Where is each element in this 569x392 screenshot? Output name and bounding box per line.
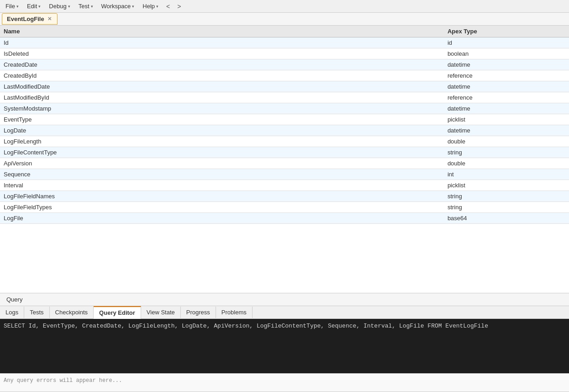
menu-help[interactable]: Help ▾ xyxy=(139,1,162,11)
field-type-cell: reference xyxy=(444,92,569,103)
menu-edit-label: Edit xyxy=(27,3,37,10)
query-panel-label: Query xyxy=(3,294,26,305)
field-name-cell: Interval xyxy=(0,180,444,191)
field-type-cell: reference xyxy=(444,70,569,81)
menu-file[interactable]: File ▾ xyxy=(2,1,22,11)
table-row: LogDatedatetime xyxy=(0,125,569,136)
table-row: LogFileLengthdouble xyxy=(0,136,569,147)
menu-workspace-arrow: ▾ xyxy=(132,4,134,9)
table-row: ApiVersiondouble xyxy=(0,158,569,169)
query-errors-display: Any query errors will appear here... xyxy=(0,373,569,392)
field-name-cell: EventType xyxy=(0,114,444,125)
field-type-cell: double xyxy=(444,136,569,147)
tab-eventlogfile[interactable]: EventLogFile ✕ xyxy=(2,13,58,25)
field-type-cell: picklist xyxy=(444,180,569,191)
field-type-cell: picklist xyxy=(444,114,569,125)
field-name-cell: IsDeleted xyxy=(0,48,444,59)
field-name-cell: LastModifiedDate xyxy=(0,81,444,92)
bottom-tab-view-state[interactable]: View State xyxy=(141,307,181,318)
col-header-name: Name xyxy=(0,26,444,37)
field-name-cell: LogFileFieldTypes xyxy=(0,202,444,213)
bottom-tabbar: LogsTestsCheckpointsQuery EditorView Sta… xyxy=(0,306,569,319)
main-area: Name Apex Type IdidIsDeletedbooleanCreat… xyxy=(0,26,569,392)
field-type-cell: base64 xyxy=(444,213,569,224)
menu-workspace[interactable]: Workspace ▾ xyxy=(98,1,138,11)
editor-area: Any query errors will appear here... xyxy=(0,319,569,392)
table-row: LogFileFieldTypesstring xyxy=(0,202,569,213)
field-name-cell: LogDate xyxy=(0,125,444,136)
table-row: LastModifiedByIdreference xyxy=(0,92,569,103)
menu-help-arrow: ▾ xyxy=(156,4,158,9)
field-type-cell: datetime xyxy=(444,59,569,70)
field-type-cell: int xyxy=(444,169,569,180)
field-type-cell: double xyxy=(444,158,569,169)
menu-file-arrow: ▾ xyxy=(16,4,19,9)
menu-debug[interactable]: Debug ▾ xyxy=(45,1,74,11)
field-type-cell: datetime xyxy=(444,103,569,114)
field-name-cell: Id xyxy=(0,37,444,48)
table-row: Intervalpicklist xyxy=(0,180,569,191)
table-row: CreatedByIdreference xyxy=(0,70,569,81)
field-type-cell: boolean xyxy=(444,48,569,59)
bottom-tab-tests[interactable]: Tests xyxy=(24,307,49,318)
tab-eventlogfile-label: EventLogFile xyxy=(7,16,44,22)
menu-help-label: Help xyxy=(142,3,155,10)
field-name-cell: CreatedDate xyxy=(0,59,444,70)
field-name-cell: LogFileContentType xyxy=(0,147,444,158)
table-row: Idid xyxy=(0,37,569,48)
menu-debug-arrow: ▾ xyxy=(68,4,70,9)
bottom-tab-query-editor[interactable]: Query Editor xyxy=(94,306,141,319)
menu-edit[interactable]: Edit ▾ xyxy=(23,1,44,11)
field-type-cell: string xyxy=(444,147,569,158)
field-name-cell: CreatedById xyxy=(0,70,444,81)
table-area: Name Apex Type IdidIsDeletedbooleanCreat… xyxy=(0,26,569,293)
tabbar: EventLogFile ✕ xyxy=(0,13,569,26)
field-name-cell: Sequence xyxy=(0,169,444,180)
table-row: LogFilebase64 xyxy=(0,213,569,224)
field-type-cell: string xyxy=(444,191,569,202)
menu-test-label: Test xyxy=(79,3,90,10)
nav-back-button[interactable]: < xyxy=(163,1,173,11)
table-row: LogFileFieldNamesstring xyxy=(0,191,569,202)
nav-forward-button[interactable]: > xyxy=(174,1,184,11)
bottom-tab-checkpoints[interactable]: Checkpoints xyxy=(50,307,94,318)
menu-file-label: File xyxy=(5,3,15,10)
table-row: Sequenceint xyxy=(0,169,569,180)
table-row: LastModifiedDatedatetime xyxy=(0,81,569,92)
table-row: IsDeletedboolean xyxy=(0,48,569,59)
menu-workspace-label: Workspace xyxy=(101,3,131,10)
menubar: File ▾ Edit ▾ Debug ▾ Test ▾ Workspace ▾… xyxy=(0,0,569,13)
field-name-cell: ApiVersion xyxy=(0,158,444,169)
table-row: EventTypepicklist xyxy=(0,114,569,125)
tab-close-icon[interactable]: ✕ xyxy=(47,16,53,22)
bottom-tab-logs[interactable]: Logs xyxy=(0,307,24,318)
query-panel: Query xyxy=(0,293,569,306)
field-type-cell: string xyxy=(444,202,569,213)
field-type-cell: datetime xyxy=(444,125,569,136)
bottom-tab-problems[interactable]: Problems xyxy=(216,307,253,318)
menu-debug-label: Debug xyxy=(49,3,66,10)
menu-test-arrow: ▾ xyxy=(91,4,93,9)
menu-edit-arrow: ▾ xyxy=(38,4,41,9)
bottom-tab-progress[interactable]: Progress xyxy=(181,307,216,318)
field-name-cell: LastModifiedById xyxy=(0,92,444,103)
table-row: LogFileContentTypestring xyxy=(0,147,569,158)
field-type-cell: datetime xyxy=(444,81,569,92)
field-name-cell: LogFileFieldNames xyxy=(0,191,444,202)
table-row: SystemModstampdatetime xyxy=(0,103,569,114)
menu-test[interactable]: Test ▾ xyxy=(75,1,97,11)
field-type-cell: id xyxy=(444,37,569,48)
field-name-cell: LogFile xyxy=(0,213,444,224)
col-header-type: Apex Type xyxy=(444,26,569,37)
field-name-cell: LogFileLength xyxy=(0,136,444,147)
query-editor-input[interactable] xyxy=(0,319,569,373)
fields-table: Name Apex Type IdidIsDeletedbooleanCreat… xyxy=(0,26,569,224)
field-name-cell: SystemModstamp xyxy=(0,103,444,114)
table-row: CreatedDatedatetime xyxy=(0,59,569,70)
